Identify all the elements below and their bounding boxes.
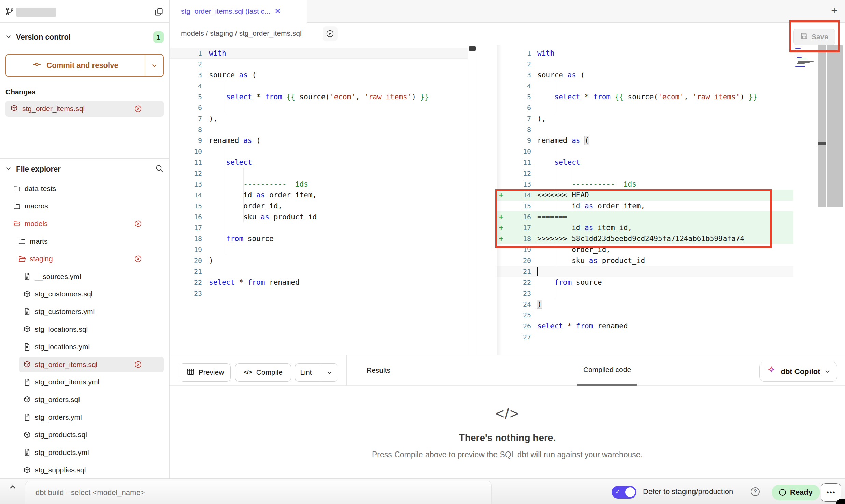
code-line-15: 15 order_id,: [170, 201, 468, 211]
model-icon: [23, 290, 31, 298]
editor-scrollbar[interactable]: [827, 45, 843, 207]
line-number: 5: [170, 91, 202, 102]
file-explorer-item-stg_locations.yml[interactable]: stg_locations.yml: [0, 338, 169, 356]
line-number: 11: [170, 157, 202, 168]
compile-button[interactable]: </> Compile: [235, 363, 291, 382]
model-cube-icon: [10, 104, 18, 114]
file-name: stg_orders.sql: [35, 396, 80, 404]
lint-button[interactable]: Lint: [295, 363, 338, 382]
lint-options-caret[interactable]: [321, 364, 338, 381]
file-name: stg_orders.yml: [35, 413, 82, 421]
file-explorer-item-stg_orders.sql[interactable]: stg_orders.sql: [0, 391, 169, 409]
code-editor-original[interactable]: 1with23source as (45 select * from {{ so…: [170, 45, 468, 355]
tab-results[interactable]: Results: [367, 355, 390, 386]
file-explorer-header[interactable]: File explorer: [5, 164, 164, 174]
file-name: staging: [30, 255, 53, 263]
toolbar-separator: [346, 355, 347, 385]
diff-add-marker: [497, 70, 505, 80]
version-control-header[interactable]: Version control 1: [5, 31, 164, 43]
discard-change-icon[interactable]: [134, 220, 142, 227]
code-line-19: 19 order_id,: [497, 244, 793, 255]
diff-add-marker: [497, 157, 505, 168]
explore-lineage-button[interactable]: [323, 26, 338, 41]
file-explorer-item-models[interactable]: models: [0, 215, 169, 233]
breadcrumb: models / staging / stg_order_items.sql: [181, 29, 302, 38]
toggle-knob: [625, 487, 635, 497]
tab-compiled-code[interactable]: Compiled code: [577, 355, 637, 386]
file-explorer-item-stg_order_items.sql[interactable]: stg_order_items.sql: [0, 356, 169, 373]
minimap[interactable]: [795, 48, 816, 68]
version-control-title: Version control: [16, 33, 71, 42]
help-icon[interactable]: ?: [751, 487, 760, 496]
diff-add-marker: [497, 266, 505, 277]
file-explorer-item-stg_orders.yml[interactable]: stg_orders.yml: [0, 409, 169, 426]
line-number: 18: [505, 233, 531, 244]
new-tab-button[interactable]: +: [831, 4, 837, 17]
line-number: 10: [505, 146, 531, 157]
save-button[interactable]: Save: [793, 29, 835, 45]
file-explorer-item-stg_products.sql[interactable]: stg_products.sql: [0, 426, 169, 444]
more-options-button[interactable]: •••: [821, 483, 841, 502]
line-number: 14: [170, 190, 202, 201]
code-line-4: 4: [170, 80, 468, 91]
search-icon[interactable]: [155, 164, 164, 174]
file-explorer-item-staging[interactable]: staging: [0, 250, 169, 268]
code-line-17: +17 id as item_id,: [497, 222, 793, 233]
changed-file-row[interactable]: stg_order_items.sql: [5, 101, 164, 117]
diff-add-marker: +: [497, 233, 505, 244]
file-explorer-item-stg_customers.sql[interactable]: stg_customers.sql: [0, 285, 169, 303]
code-line-21: 21: [497, 266, 793, 277]
code-line-7: 7),: [170, 113, 468, 124]
diff-add-marker: [497, 277, 505, 288]
file-name: stg_customers.yml: [35, 308, 95, 316]
line-number: 7: [505, 113, 531, 124]
save-button-label: Save: [812, 33, 828, 41]
file-explorer-section: File explorer data-testsmacrosmodelsmart…: [0, 159, 169, 478]
close-tab-icon[interactable]: ✕: [275, 7, 281, 16]
file-explorer-item-data-tests[interactable]: data-tests: [0, 180, 169, 197]
expand-command-panel-icon[interactable]: [9, 484, 16, 492]
discard-change-icon[interactable]: [134, 360, 142, 368]
copy-icon[interactable]: [154, 7, 163, 18]
defer-toggle[interactable]: ✓: [612, 486, 636, 499]
commit-options-caret[interactable]: [145, 55, 163, 76]
breadcrumb-bar: models / staging / stg_order_items.sql: [170, 23, 845, 45]
diff-add-marker: [497, 179, 505, 190]
preview-button[interactable]: Preview: [180, 363, 231, 382]
commit-and-resolve-button[interactable]: Commit and resolve: [5, 54, 164, 77]
line-number: 4: [505, 80, 531, 91]
code-line-1: 1with: [170, 48, 468, 59]
file-explorer-item-marts[interactable]: marts: [0, 233, 169, 250]
code-line-24: 24): [497, 299, 793, 310]
dbt-copilot-button[interactable]: dbt Copilot: [759, 362, 837, 382]
file-explorer-item-stg_locations.sql[interactable]: stg_locations.sql: [0, 321, 169, 338]
left-editor-scrollbar-thumb[interactable]: [469, 46, 476, 51]
status-badge: Ready: [772, 485, 820, 500]
model-icon: [23, 396, 31, 403]
diff-add-marker: [497, 124, 505, 135]
discard-change-icon[interactable]: [134, 105, 142, 113]
line-number: 25: [505, 310, 531, 321]
line-number: 14: [505, 190, 531, 201]
file-explorer-item-__sources.yml[interactable]: __sources.yml: [0, 268, 169, 285]
file-explorer-item-stg_customers.yml[interactable]: stg_customers.yml: [0, 303, 169, 321]
code-line-5: 5 select * from {{ source('ecom', 'raw_i…: [170, 91, 468, 102]
chevron-down-icon: [5, 33, 12, 41]
file-explorer-item-macros[interactable]: macros: [0, 197, 169, 215]
line-number: 13: [505, 179, 531, 190]
line-number: 4: [170, 80, 202, 91]
code-line-10: 10: [170, 146, 468, 157]
tab-stg-order-items[interactable]: stg_order_items.sql (last c... ✕: [170, 0, 307, 23]
file-explorer-item-stg_supplies.sql[interactable]: stg_supplies.sql: [0, 461, 169, 478]
command-input-box: [25, 481, 492, 504]
folder-open-icon: [18, 255, 26, 263]
minimap-scrollbar[interactable]: [818, 45, 826, 207]
code-line-3: 3source as (: [497, 70, 793, 80]
command-input[interactable]: [25, 481, 491, 504]
file-explorer-item-stg_order_items.yml[interactable]: stg_order_items.yml: [0, 373, 169, 391]
diff-add-marker: [497, 102, 505, 113]
discard-change-icon[interactable]: [134, 255, 142, 263]
code-editor-current[interactable]: 1with23source as (45 select * from {{ so…: [497, 45, 793, 355]
line-number: 23: [170, 288, 202, 299]
file-explorer-item-stg_products.yml[interactable]: stg_products.yml: [0, 444, 169, 461]
